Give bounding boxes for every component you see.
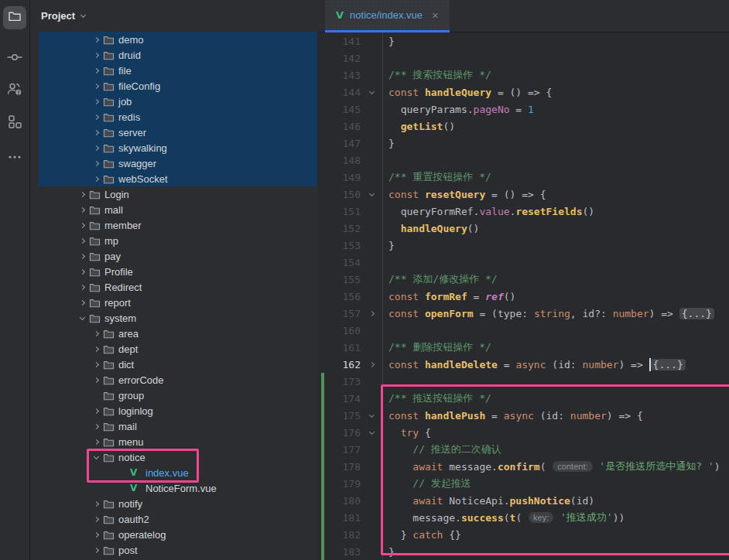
chevron-right-icon[interactable] — [90, 38, 103, 42]
code-line-155[interactable]: 155/** 添加/修改操作 */ — [317, 271, 729, 288]
code-line-148[interactable]: 148 — [317, 152, 729, 169]
chevron-right-icon[interactable] — [90, 502, 103, 506]
tree-item-post[interactable]: post — [39, 542, 317, 558]
code-line-177[interactable]: 177 // 推送的二次确认 — [317, 441, 729, 458]
chevron-down-icon[interactable] — [76, 317, 89, 319]
tree-item-dept[interactable]: dept — [39, 341, 317, 357]
code-line-174[interactable]: 174/** 推送按钮操作 */ — [317, 390, 729, 407]
fold-collapsed-icon[interactable] — [361, 312, 382, 316]
tree-item-menu[interactable]: menu — [39, 434, 317, 449]
tree-item-group[interactable]: group — [39, 388, 317, 403]
tree-item-file[interactable]: file — [39, 63, 317, 78]
code-line-152[interactable]: 152 handleQuery() — [317, 220, 729, 237]
chevron-right-icon[interactable] — [90, 53, 103, 57]
code-line-143[interactable]: 143/** 搜索按钮操作 */ — [317, 67, 729, 84]
chevron-right-icon[interactable] — [90, 177, 103, 181]
code-line-182[interactable]: 182 } catch {} — [317, 526, 729, 543]
code-line-157[interactable]: 157const openForm = (type: string, id?: … — [317, 305, 729, 322]
tree-item-loginlog[interactable]: loginlog — [39, 403, 317, 418]
tree-item-job[interactable]: job — [39, 94, 317, 109]
chevron-right-icon[interactable] — [76, 270, 89, 274]
tree-item-NoticeForm-vue[interactable]: VNoticeForm.vue — [39, 480, 317, 496]
tree-item-mp[interactable]: mp — [39, 233, 317, 248]
chevron-right-icon[interactable] — [76, 301, 89, 305]
fold-collapsed-icon[interactable] — [361, 363, 382, 367]
chevron-right-icon[interactable] — [90, 533, 103, 537]
chevron-right-icon[interactable] — [76, 193, 89, 196]
chevron-right-icon[interactable] — [90, 548, 103, 552]
structure-tool-button[interactable] — [3, 111, 26, 135]
code-line-176[interactable]: 176 try { — [317, 424, 729, 441]
code-line-183[interactable]: 183} — [317, 543, 729, 560]
tree-item-notify[interactable]: notify — [39, 496, 317, 511]
code-line-154[interactable]: 154 — [317, 254, 729, 271]
tree-item-Redirect[interactable]: Redirect — [39, 279, 317, 295]
chevron-right-icon[interactable] — [76, 285, 89, 289]
code-line-147[interactable]: 147} — [317, 135, 729, 152]
more-tools-button[interactable] — [3, 144, 26, 167]
fold-expanded-icon[interactable] — [361, 415, 382, 417]
tab-close-icon[interactable]: × — [429, 9, 439, 21]
chevron-right-icon[interactable] — [90, 162, 103, 166]
tree-item-Login[interactable]: Login — [39, 186, 317, 202]
code-line-175[interactable]: 175const handlePush = async (id: number)… — [317, 407, 729, 424]
tree-item-index-vue[interactable]: Vindex.vue — [39, 465, 317, 480]
tree-item-errorCode[interactable]: errorCode — [39, 372, 317, 388]
chevron-right-icon[interactable] — [90, 131, 103, 135]
code-line-179[interactable]: 179 // 发起推送 — [317, 475, 729, 492]
tree-item-webSocket[interactable]: webSocket — [39, 171, 317, 186]
code-line-150[interactable]: 150const resetQuery = () => { — [317, 186, 729, 203]
tree-item-mall[interactable]: mall — [39, 202, 317, 217]
chevron-right-icon[interactable] — [90, 115, 103, 119]
tree-item-operatelog[interactable]: operatelog — [39, 527, 317, 542]
code-line-160[interactable]: 160 — [317, 322, 729, 339]
code-line-145[interactable]: 145 queryParams.pageNo = 1 — [317, 101, 729, 118]
tree-item-server[interactable]: server — [39, 125, 317, 140]
tree-item-swagger[interactable]: swagger — [39, 155, 317, 171]
tree-item-area[interactable]: area — [39, 326, 317, 341]
tree-item-pay[interactable]: pay — [39, 248, 317, 264]
chevron-down-icon[interactable] — [90, 456, 103, 459]
chevron-right-icon[interactable] — [90, 332, 103, 336]
code-line-180[interactable]: 180 await NoticeApi.pushNotice(id) — [317, 492, 729, 509]
code-line-149[interactable]: 149/** 重置按钮操作 */ — [317, 169, 729, 186]
folded-code-chip[interactable]: {...} — [679, 308, 714, 319]
tree-item-mail[interactable]: mail — [39, 418, 317, 434]
chevron-right-icon[interactable] — [76, 239, 89, 243]
code-line-161[interactable]: 161/** 删除按钮操作 */ — [317, 339, 729, 356]
tree-item-dict[interactable]: dict — [39, 357, 317, 372]
fold-expanded-icon[interactable] — [361, 193, 382, 196]
code-line-178[interactable]: 178 await message.confirm( content: '是否推… — [317, 458, 729, 475]
chevron-right-icon[interactable] — [90, 409, 103, 413]
chevron-right-icon[interactable] — [90, 100, 103, 104]
code-line-146[interactable]: 146 getList() — [317, 118, 729, 135]
chevron-right-icon[interactable] — [76, 224, 89, 227]
commit-tool-button[interactable] — [3, 46, 26, 70]
chevron-right-icon[interactable] — [90, 69, 103, 73]
chevron-right-icon[interactable] — [90, 347, 103, 351]
tree-item-notice[interactable]: notice — [39, 449, 317, 465]
code-with-me-button[interactable]: ? — [3, 79, 26, 102]
chevron-right-icon[interactable] — [76, 208, 89, 212]
chevron-right-icon[interactable] — [76, 254, 89, 258]
code-line-162[interactable]: 162const handleDelete = async (id: numbe… — [317, 356, 729, 373]
tab-notice-index-vue[interactable]: V notice/index.vue × — [325, 0, 450, 32]
project-panel-header[interactable]: Project — [31, 0, 317, 32]
chevron-right-icon[interactable] — [90, 425, 103, 429]
code-line-144[interactable]: 144const handleQuery = () => { — [317, 84, 729, 101]
code-line-181[interactable]: 181 message.success(t( key: '推送成功')) — [317, 509, 729, 526]
code-line-173[interactable]: 173 — [317, 373, 729, 390]
tree-item-druid[interactable]: druid — [39, 47, 317, 63]
tree-item-Profile[interactable]: Profile — [39, 264, 317, 279]
tree-item-demo[interactable]: demo — [39, 32, 317, 47]
chevron-right-icon[interactable] — [90, 517, 103, 521]
tree-item-report[interactable]: report — [39, 295, 317, 310]
code-line-142[interactable]: 142 — [317, 50, 729, 67]
tree-item-skywalking[interactable]: skywalking — [39, 140, 317, 155]
tree-item-fileConfig[interactable]: fileConfig — [39, 78, 317, 94]
chevron-right-icon[interactable] — [90, 363, 103, 367]
fold-expanded-icon[interactable] — [361, 432, 382, 434]
chevron-right-icon[interactable] — [90, 440, 103, 444]
code-line-151[interactable]: 151 queryFormRef.value.resetFields() — [317, 203, 729, 220]
chevron-right-icon[interactable] — [90, 84, 103, 88]
